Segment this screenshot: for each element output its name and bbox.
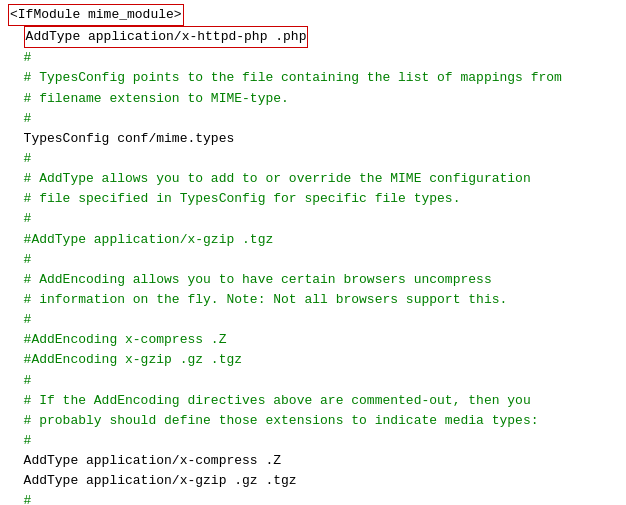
code-line: #AddEncoding x-compress .Z bbox=[0, 330, 626, 350]
code-line: # TypesConfig points to the file contain… bbox=[0, 68, 626, 88]
highlighted-line: <IfModule mime_module> bbox=[8, 4, 184, 26]
code-line: TypesConfig conf/mime.types bbox=[0, 129, 626, 149]
code-line: # bbox=[0, 491, 626, 505]
code-line: # AddType allows you to add to or overri… bbox=[0, 169, 626, 189]
code-line: # bbox=[0, 48, 626, 68]
code-line: # bbox=[0, 310, 626, 330]
code-line: # If the AddEncoding directives above ar… bbox=[0, 391, 626, 411]
code-line: # probably should define those extension… bbox=[0, 411, 626, 431]
code-line: AddType application/x-gzip .gz .tgz bbox=[0, 471, 626, 491]
code-line: # file specified in TypesConfig for spec… bbox=[0, 189, 626, 209]
code-line: # bbox=[0, 431, 626, 451]
code-line: # bbox=[0, 250, 626, 270]
code-line: # bbox=[0, 109, 626, 129]
code-line: #AddEncoding x-gzip .gz .tgz bbox=[0, 350, 626, 370]
code-line: # bbox=[0, 371, 626, 391]
code-line: # bbox=[0, 209, 626, 229]
code-container: <IfModule mime_module> AddType applicati… bbox=[0, 0, 626, 505]
code-line: AddType application/x-compress .Z bbox=[0, 451, 626, 471]
code-line: <IfModule mime_module> bbox=[0, 4, 626, 26]
code-line: # AddEncoding allows you to have certain… bbox=[0, 270, 626, 290]
code-line: # information on the fly. Note: Not all … bbox=[0, 290, 626, 310]
highlighted-addtype: AddType application/x-httpd-php .php bbox=[24, 26, 309, 48]
code-line: #AddType application/x-gzip .tgz bbox=[0, 230, 626, 250]
code-line: # filename extension to MIME-type. bbox=[0, 89, 626, 109]
code-line: AddType application/x-httpd-php .php bbox=[0, 26, 626, 48]
code-line: # bbox=[0, 149, 626, 169]
